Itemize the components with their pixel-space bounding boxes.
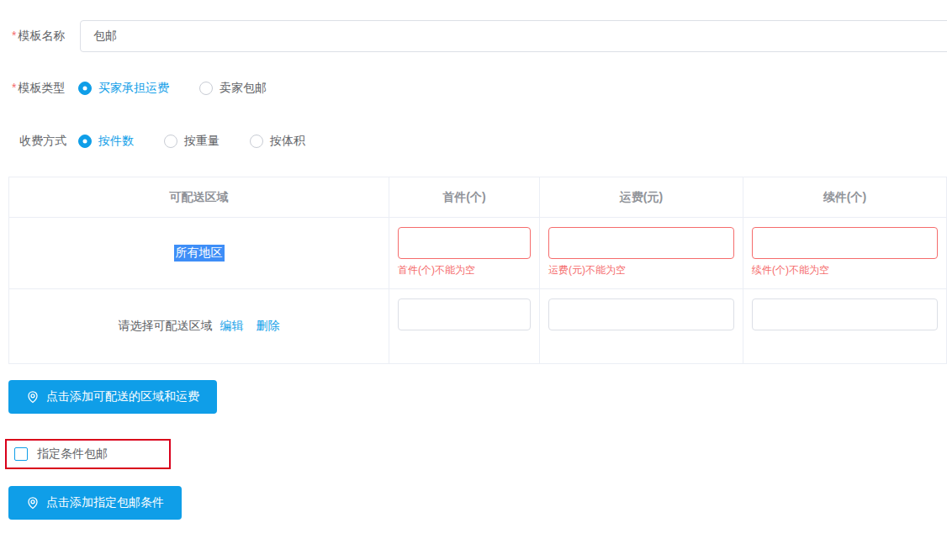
template-name-label-text: 模板名称 xyxy=(18,29,65,42)
radio-label: 买家承担运费 xyxy=(98,81,169,96)
first-piece-cell xyxy=(389,289,540,363)
additional-piece-error: 续件(个)不能为空 xyxy=(752,264,938,276)
edit-area-link[interactable]: 编辑 xyxy=(220,319,244,334)
table-header-row: 可配送区域 首件(个) 运费(元) 续件(个) xyxy=(9,177,946,217)
radio-selected-icon xyxy=(78,82,92,95)
shipping-fee-error: 运费(元)不能为空 xyxy=(548,264,734,276)
radio-buyer-pays-shipping[interactable]: 买家承担运费 xyxy=(78,81,169,96)
first-piece-cell: 首件(个)不能为空 xyxy=(389,218,540,288)
select-area-text: 请选择可配送区域 xyxy=(119,319,213,334)
table-row-select-area: 请选择可配送区域 编辑 删除 xyxy=(9,288,946,363)
shipping-fee-input[interactable] xyxy=(548,298,734,330)
template-type-label: *模板类型 xyxy=(12,81,78,96)
radio-label: 卖家包邮 xyxy=(220,81,267,96)
additional-piece-input[interactable] xyxy=(752,227,938,259)
add-condition-button-label: 点击添加指定包邮条件 xyxy=(46,495,164,510)
shipping-fee-table: 可配送区域 首件(个) 运费(元) 续件(个) 所有地区 首件(个)不能为空 运… xyxy=(8,177,947,364)
header-shipping-fee: 运费(元) xyxy=(540,177,743,217)
table-row-all-regions: 所有地区 首件(个)不能为空 运费(元)不能为空 续件(个)不能为空 xyxy=(9,217,946,288)
conditional-free-shipping-box: 指定条件包邮 xyxy=(5,439,171,469)
first-piece-error: 首件(个)不能为空 xyxy=(398,264,531,276)
radio-label: 按件数 xyxy=(98,134,134,149)
shipping-fee-input[interactable] xyxy=(548,227,734,259)
location-pin-icon xyxy=(26,496,40,510)
template-type-row: *模板类型 买家承担运费 卖家包邮 xyxy=(12,78,297,98)
add-condition-button[interactable]: 点击添加指定包邮条件 xyxy=(8,486,182,520)
template-name-input[interactable] xyxy=(80,20,947,52)
shipping-template-form: *模板名称 *模板类型 买家承担运费 卖家包邮 收费方式 按件数 按重量 按体积 xyxy=(0,0,947,560)
required-marker: * xyxy=(12,29,16,42)
radio-seller-free-shipping[interactable]: 卖家包邮 xyxy=(199,81,267,96)
template-name-label: *模板名称 xyxy=(12,29,78,44)
location-pin-icon xyxy=(26,390,40,404)
shipping-fee-cell xyxy=(540,289,743,363)
radio-selected-icon xyxy=(78,135,92,148)
radio-unselected-icon xyxy=(164,135,177,148)
radio-by-weight[interactable]: 按重量 xyxy=(164,134,220,149)
charge-method-label: 收费方式 xyxy=(12,134,78,149)
additional-piece-input[interactable] xyxy=(752,298,938,330)
template-type-label-text: 模板类型 xyxy=(18,81,65,94)
additional-piece-cell xyxy=(743,289,946,363)
add-area-button[interactable]: 点击添加可配送的区域和运费 xyxy=(8,380,217,414)
radio-unselected-icon xyxy=(250,135,263,148)
charge-method-label-text: 收费方式 xyxy=(19,134,66,147)
radio-unselected-icon xyxy=(199,82,213,95)
template-name-row: *模板名称 xyxy=(12,26,78,46)
radio-by-volume[interactable]: 按体积 xyxy=(250,134,305,149)
additional-piece-cell: 续件(个)不能为空 xyxy=(743,218,946,288)
radio-by-piece-count[interactable]: 按件数 xyxy=(78,134,134,149)
area-cell: 所有地区 xyxy=(9,218,389,288)
add-area-button-label: 点击添加可配送的区域和运费 xyxy=(46,389,199,404)
area-cell: 请选择可配送区域 编辑 删除 xyxy=(9,289,389,363)
required-marker: * xyxy=(12,81,16,94)
radio-label: 按重量 xyxy=(184,134,220,149)
all-regions-text-selected[interactable]: 所有地区 xyxy=(174,245,225,262)
shipping-fee-cell: 运费(元)不能为空 xyxy=(540,218,743,288)
conditional-free-shipping-checkbox[interactable] xyxy=(14,447,28,461)
radio-label: 按体积 xyxy=(270,134,305,149)
header-first-piece: 首件(个) xyxy=(389,177,540,217)
first-piece-input[interactable] xyxy=(398,227,531,259)
conditional-free-shipping-label: 指定条件包邮 xyxy=(37,446,108,462)
header-additional-piece: 续件(个) xyxy=(743,177,946,217)
header-deliverable-area: 可配送区域 xyxy=(9,177,389,217)
charge-method-row: 收费方式 按件数 按重量 按体积 xyxy=(12,131,336,151)
delete-area-link[interactable]: 删除 xyxy=(257,319,280,334)
first-piece-input[interactable] xyxy=(398,298,531,330)
